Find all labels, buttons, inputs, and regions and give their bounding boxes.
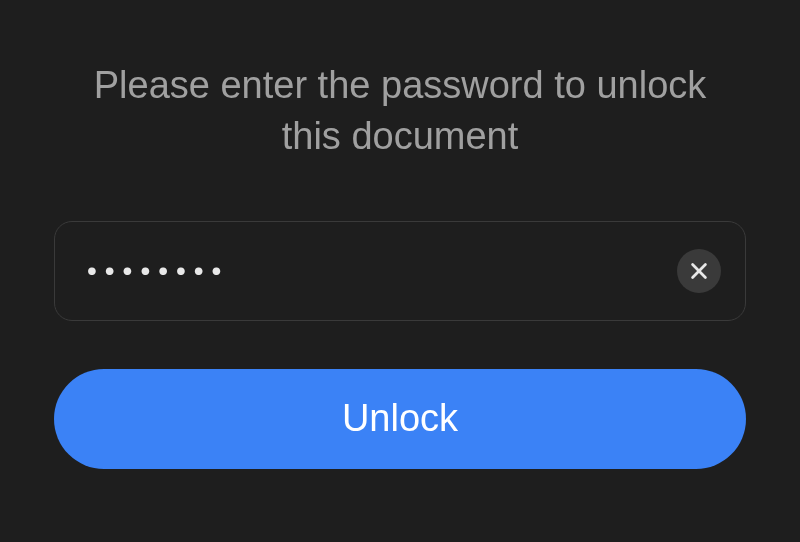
unlock-button[interactable]: Unlock — [54, 369, 746, 469]
close-icon — [688, 260, 710, 282]
password-input[interactable] — [87, 222, 677, 320]
password-prompt: Please enter the password to unlock this… — [60, 60, 740, 163]
password-input-wrapper — [54, 221, 746, 321]
clear-input-button[interactable] — [677, 249, 721, 293]
